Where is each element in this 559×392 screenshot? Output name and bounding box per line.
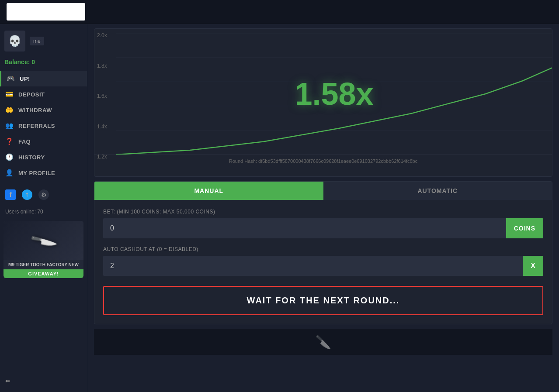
giveaway-image: 🔪: [3, 221, 83, 260]
avatar: 💀: [4, 31, 25, 52]
deposit-icon: 💳: [5, 90, 14, 98]
giveaway-label: GIVEAWAY!: [3, 269, 83, 278]
steam-icon[interactable]: ⚙: [38, 189, 49, 200]
sidebar-item-faq[interactable]: ❓ FAQ: [0, 134, 87, 149]
bet-input[interactable]: [103, 218, 506, 238]
sidebar-item-withdraw[interactable]: 🤲 WITHDRAW: [0, 102, 87, 118]
tab-automatic[interactable]: AUTOMATIC: [323, 182, 552, 200]
sidebar-item-deposit-label: DEPOSIT: [18, 91, 45, 98]
gamepad-icon: 🎮: [7, 75, 15, 83]
profile-icon: 👤: [5, 169, 14, 177]
y-label-14: 1.4x: [97, 124, 114, 130]
bet-field-label: BET: (MIN 100 COINS; MAX 50,000 COINS): [103, 209, 543, 215]
round-hash: Round Hash: df6bd53dfff5870000438f7666c0…: [94, 155, 552, 167]
users-online: Users online: 70: [0, 207, 87, 217]
knife-image: 🔪: [29, 226, 58, 255]
sidebar: 💀 me Balance: 0 🎮 UP! 💳 DEPOSIT 🤲 WITHDR…: [0, 24, 87, 392]
cashout-field-label: AUTO CASHOUT AT (0 = DISABLED):: [103, 246, 543, 252]
bottom-knife-icon: 🔪: [315, 334, 331, 350]
user-section: 💀 me: [0, 24, 87, 56]
sidebar-item-faq-label: FAQ: [18, 138, 31, 145]
chart-inner: 1.58x: [116, 33, 552, 155]
main-layout: 💀 me Balance: 0 🎮 UP! 💳 DEPOSIT 🤲 WITHDR…: [0, 24, 559, 392]
logout-icon: ⬅: [5, 378, 10, 384]
facebook-icon[interactable]: f: [5, 189, 16, 200]
tab-manual[interactable]: MANUAL: [94, 182, 323, 200]
y-label-12: 1.2x: [97, 154, 114, 160]
content-area: 2.0x 1.8x 1.6x 1.4x 1.2x: [87, 24, 559, 392]
twitter-icon[interactable]: t: [22, 189, 32, 200]
balance-display: Balance: 0: [0, 56, 87, 71]
y-label-18: 1.8x: [97, 63, 114, 69]
sidebar-item-myprofile-label: MY PROFILE: [18, 170, 55, 176]
y-label-2: 2.0x: [97, 32, 114, 38]
betting-panel: MANUAL AUTOMATIC BET: (MIN 100 COINS; MA…: [94, 181, 552, 324]
username-tag: me: [30, 37, 44, 45]
sidebar-item-history[interactable]: 🕐 HISTORY: [0, 149, 87, 165]
sidebar-item-referrals-label: REFERRALS: [18, 123, 55, 129]
sidebar-item-withdraw-label: WITHDRAW: [18, 107, 52, 113]
y-label-16: 1.6x: [97, 93, 114, 99]
social-icons: f t ⚙: [0, 182, 87, 207]
sidebar-item-up-label: UP!: [20, 76, 30, 82]
wait-button[interactable]: WAIT FOR THE NEXT ROUND...: [103, 286, 543, 315]
history-icon: 🕐: [5, 153, 14, 161]
chart-container: 2.0x 1.8x 1.6x 1.4x 1.2x: [94, 28, 552, 177]
giveaway-title: M9 TIGER TOOTH FACTORY NEW: [3, 260, 83, 269]
betting-tabs: MANUAL AUTOMATIC: [94, 182, 552, 200]
referrals-icon: 👥: [5, 122, 14, 130]
cashout-input[interactable]: [103, 256, 523, 276]
cashout-x-suffix: X: [523, 256, 543, 276]
faq-icon: ❓: [5, 138, 14, 145]
withdraw-icon: 🤲: [5, 106, 14, 114]
bottom-area: 🔪: [94, 329, 552, 355]
bet-input-row: COINS: [103, 218, 543, 238]
multiplier-display: 1.58x: [295, 76, 373, 112]
sidebar-item-history-label: HISTORY: [18, 154, 45, 161]
top-bar: [0, 0, 559, 24]
sidebar-item-up[interactable]: 🎮 UP!: [0, 71, 87, 86]
sidebar-item-referrals[interactable]: 👥 REFERRALS: [0, 118, 87, 134]
sidebar-item-deposit[interactable]: 💳 DEPOSIT: [0, 86, 87, 102]
chart-y-labels: 2.0x 1.8x 1.6x 1.4x 1.2x: [94, 29, 116, 163]
sidebar-item-myprofile[interactable]: 👤 MY PROFILE: [0, 165, 87, 181]
bet-coins-suffix: COINS: [506, 218, 543, 238]
bet-form: BET: (MIN 100 COINS; MAX 50,000 COINS) C…: [94, 200, 552, 324]
logout-button[interactable]: ⬅: [0, 374, 87, 388]
giveaway-box[interactable]: 🔪 M9 TIGER TOOTH FACTORY NEW GIVEAWAY!: [3, 221, 83, 278]
logo: [7, 3, 85, 21]
cashout-input-row: X: [103, 256, 543, 276]
